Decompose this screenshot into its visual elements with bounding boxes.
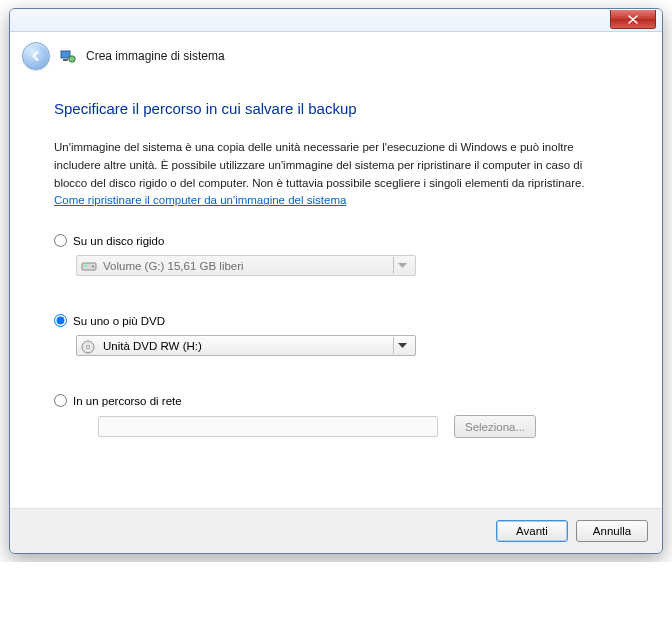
- svg-rect-1: [63, 59, 68, 61]
- option-network: In un percorso di rete Seleziona...: [54, 394, 618, 438]
- page-heading: Specificare il percorso in cui salvare i…: [54, 100, 618, 117]
- option-network-row[interactable]: In un percorso di rete: [54, 394, 618, 407]
- radio-network[interactable]: [54, 394, 67, 407]
- help-link[interactable]: Come ripristinare il computer da un'imma…: [54, 194, 346, 206]
- svg-point-7: [86, 345, 89, 348]
- description-text: Un'immagine del sistema è una copia dell…: [54, 139, 618, 210]
- close-icon: [628, 15, 638, 24]
- svg-point-2: [69, 56, 75, 62]
- wizard-title: Crea immagine di sistema: [86, 49, 225, 63]
- hard-disk-value: Volume (G:) 15,61 GB liberi: [103, 260, 387, 272]
- dvd-drive-value: Unità DVD RW (H:): [103, 340, 387, 352]
- option-dvd-row[interactable]: Su uno o più DVD: [54, 314, 618, 327]
- svg-rect-0: [61, 51, 70, 58]
- svg-point-5: [92, 265, 94, 267]
- dvd-drive-select[interactable]: Unità DVD RW (H:): [76, 335, 416, 356]
- wizard-footer: Avanti Annulla: [10, 508, 662, 553]
- close-button[interactable]: [610, 10, 656, 29]
- browse-button[interactable]: Seleziona...: [454, 415, 536, 438]
- wizard-window: Crea immagine di sistema Specificare il …: [9, 8, 663, 554]
- description-body: Un'immagine del sistema è una copia dell…: [54, 141, 585, 189]
- disc-icon: [81, 340, 97, 352]
- option-hard-disk-label: Su un disco rigido: [73, 235, 164, 247]
- titlebar: [10, 9, 662, 32]
- option-hard-disk-row[interactable]: Su un disco rigido: [54, 234, 618, 247]
- chevron-down-icon: [393, 337, 411, 354]
- radio-dvd[interactable]: [54, 314, 67, 327]
- network-path-input[interactable]: [98, 416, 438, 437]
- option-network-label: In un percorso di rete: [73, 395, 182, 407]
- wizard-icon: [60, 48, 76, 64]
- wizard-header: Crea immagine di sistema: [10, 32, 662, 78]
- option-dvd: Su uno o più DVD Unità DVD RW (H:): [54, 314, 618, 356]
- next-button[interactable]: Avanti: [496, 520, 568, 542]
- wizard-content: Specificare il percorso in cui salvare i…: [10, 78, 662, 508]
- back-button[interactable]: [22, 42, 50, 70]
- option-hard-disk: Su un disco rigido Volume (G:) 15,61 GB …: [54, 234, 618, 276]
- radio-hard-disk[interactable]: [54, 234, 67, 247]
- back-arrow-icon: [29, 49, 43, 63]
- hard-drive-icon: [81, 260, 97, 272]
- svg-rect-4: [84, 265, 87, 267]
- cancel-button[interactable]: Annulla: [576, 520, 648, 542]
- chevron-down-icon: [393, 257, 411, 274]
- option-dvd-label: Su uno o più DVD: [73, 315, 165, 327]
- hard-disk-select[interactable]: Volume (G:) 15,61 GB liberi: [76, 255, 416, 276]
